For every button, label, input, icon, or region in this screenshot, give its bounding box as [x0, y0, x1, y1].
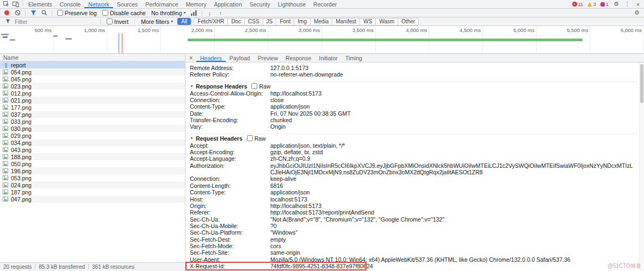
preserve-log-input[interactable]	[57, 10, 63, 16]
tab-console[interactable]: Console	[56, 0, 85, 8]
request-row-024-png[interactable]: 024.png	[0, 181, 185, 188]
response-headers-section-header[interactable]: ▼ Response Headers Raw	[185, 81, 636, 90]
request-row-043-png[interactable]: 043.png	[0, 146, 185, 153]
request-row-045-png[interactable]: 045.png	[0, 75, 185, 83]
request-row-report[interactable]: {}report	[0, 61, 185, 68]
invert-label: Invert	[114, 18, 128, 25]
header-name: Connection:	[190, 97, 270, 103]
filter-chip-media[interactable]: Media	[310, 18, 332, 25]
close-devtools-icon[interactable]: ×	[633, 1, 643, 8]
tab-sources[interactable]: Sources	[113, 0, 142, 8]
request-row-030-png[interactable]: 030.png	[0, 125, 185, 132]
request-row-034-png[interactable]: 034.png	[0, 139, 185, 146]
network-settings-gear-icon[interactable]: ⚙	[632, 9, 642, 16]
request-row-029-png[interactable]: 029.png	[0, 132, 185, 139]
filter-chip-img[interactable]: Img	[294, 18, 310, 25]
name-column-header[interactable]: Name	[3, 54, 18, 61]
request-row-187-png[interactable]: 187.png	[0, 188, 185, 196]
request-row-021-png[interactable]: 021.png	[0, 97, 185, 104]
filter-chip-css[interactable]: CSS	[244, 18, 263, 25]
filter-chip-other[interactable]: Other	[398, 18, 418, 25]
tab-application[interactable]: Application	[210, 0, 245, 8]
response-raw-input[interactable]	[251, 83, 257, 89]
network-conditions-icon[interactable]	[189, 10, 199, 16]
disclosure-triangle-icon[interactable]: ▼	[190, 136, 194, 140]
disable-cache-input[interactable]	[102, 10, 108, 16]
image-file-icon	[3, 119, 9, 124]
request-raw-input[interactable]	[247, 135, 253, 141]
tab-lighthouse[interactable]: Lighthouse	[274, 0, 309, 8]
timeline-overview[interactable]: 500 ms1,000 ms1,500 ms2,000 ms2,500 ms3,…	[0, 26, 644, 54]
details-tab-response[interactable]: Response	[282, 54, 315, 62]
error-badge[interactable]: ×11	[572, 1, 584, 7]
header-name: Authorization:	[190, 162, 270, 176]
request-headers-section-header[interactable]: ▼ Request Headers Raw	[185, 134, 636, 142]
details-tab-payload[interactable]: Payload	[226, 54, 254, 62]
request-row-177-png[interactable]: 177.png	[0, 104, 185, 111]
more-filters-dropdown[interactable]: More filters▾	[141, 18, 173, 25]
filter-toggle-icon[interactable]	[28, 10, 38, 16]
details-tab-preview[interactable]: Preview	[254, 54, 282, 62]
tab-security[interactable]: Security	[246, 0, 274, 8]
request-row-033-png[interactable]: 033.png	[0, 118, 185, 125]
image-file-icon	[3, 190, 9, 194]
filter-input[interactable]	[15, 18, 96, 25]
filter-chip-wasm[interactable]: Wasm	[375, 18, 398, 25]
issues-badge[interactable]: 1	[600, 1, 609, 7]
filter-chip-fetch-xhr[interactable]: Fetch/XHR	[194, 18, 227, 25]
close-details-icon[interactable]: ×	[185, 54, 196, 62]
disable-cache-checkbox[interactable]: Disable cache	[102, 10, 146, 16]
response-raw-checkbox[interactable]: Raw	[251, 83, 270, 90]
request-row-023-png[interactable]: 023.png	[0, 83, 185, 90]
request-row-053-png[interactable]: 053.png	[0, 174, 185, 181]
header-value: http://localhost:5173	[270, 90, 636, 97]
export-har-icon[interactable]: ↑	[216, 10, 226, 16]
tab-performance[interactable]: Performance	[141, 0, 182, 8]
request-row-047-png[interactable]: 047.png	[0, 196, 185, 203]
invert-input[interactable]	[107, 18, 113, 24]
details-tabbar: × HeadersPayloadPreviewResponseInitiator…	[185, 54, 644, 62]
filter-chip-ws[interactable]: WS	[360, 18, 375, 25]
request-name: 187.png	[11, 189, 32, 196]
import-har-icon[interactable]: ↓	[205, 10, 215, 16]
filter-chip-doc[interactable]: Doc	[227, 18, 244, 25]
invert-checkbox[interactable]: Invert	[107, 18, 128, 25]
header-row: Sec-Fetch-Site:same-origin	[185, 249, 636, 256]
clear-network-log-icon[interactable]	[13, 10, 22, 16]
preserve-log-checkbox[interactable]: Preserve log	[57, 10, 97, 16]
kebab-menu-icon[interactable]: ⋮	[622, 1, 632, 8]
filter-chip-all[interactable]: All	[177, 18, 191, 25]
tab-recorder[interactable]: Recorder	[309, 0, 340, 8]
filter-chip-js[interactable]: JS	[263, 18, 276, 25]
search-icon[interactable]	[39, 10, 49, 16]
warning-badge[interactable]: 3	[587, 1, 596, 7]
request-raw-checkbox[interactable]: Raw	[247, 135, 266, 142]
request-row-188-png[interactable]: 188.png	[0, 153, 185, 160]
details-tab-initiator[interactable]: Initiator	[315, 54, 341, 62]
disclosure-triangle-icon[interactable]: ▼	[190, 84, 194, 88]
request-row-050-png[interactable]: 050.png	[0, 160, 185, 167]
details-tab-headers[interactable]: Headers	[196, 54, 226, 62]
details-scrollbar[interactable]	[639, 62, 644, 271]
request-table-header[interactable]: Name	[0, 54, 185, 61]
header-row: Origin:http://localhost:5173	[185, 203, 636, 209]
tab-network[interactable]: Network	[84, 0, 113, 8]
settings-gear-icon[interactable]: ⚙	[611, 1, 621, 8]
tab-elements[interactable]: Elements	[24, 0, 56, 8]
tab-memory[interactable]: Memory	[182, 0, 210, 8]
image-file-icon	[3, 140, 9, 145]
inspect-element-icon[interactable]	[1, 0, 11, 8]
request-row-196-png[interactable]: 196.png	[0, 167, 185, 174]
request-row-054-png[interactable]: 054.png	[0, 68, 185, 75]
scrollbar-thumb[interactable]	[640, 64, 643, 103]
request-row-012-png[interactable]: 012.png	[0, 90, 185, 97]
record-network-log-button[interactable]	[4, 10, 9, 15]
request-name: 053.png	[11, 175, 32, 181]
filter-chip-manifest[interactable]: Manifest	[332, 18, 360, 25]
throttling-select[interactable]: No throttling▾	[151, 10, 186, 16]
details-tab-timing[interactable]: Timing	[342, 54, 366, 62]
device-toolbar-icon[interactable]	[11, 0, 21, 8]
request-row-037-png[interactable]: 037.png	[0, 111, 185, 118]
filter-chip-font[interactable]: Font	[276, 18, 294, 25]
header-value: cors	[270, 243, 636, 249]
